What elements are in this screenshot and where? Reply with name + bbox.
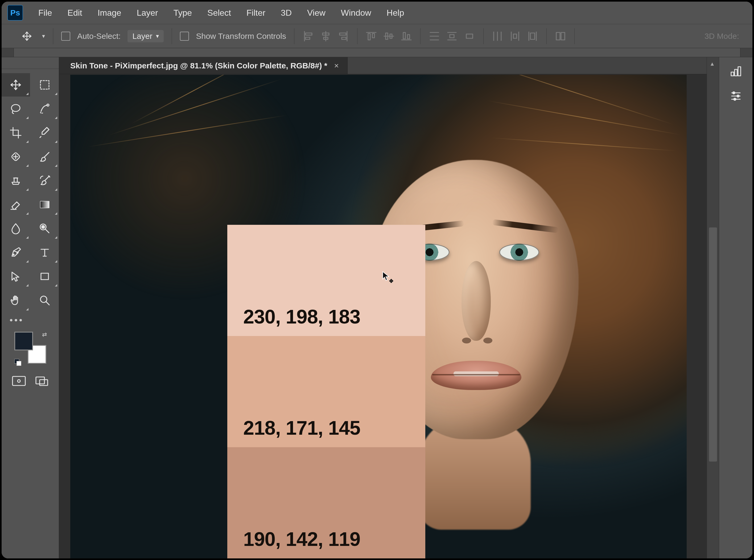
svg-rect-16 [556, 33, 560, 40]
close-tab-icon[interactable]: × [334, 61, 339, 70]
menu-help[interactable]: Help [381, 6, 410, 20]
svg-rect-11 [408, 35, 410, 39]
align-vertical-group [365, 30, 412, 42]
menu-file[interactable]: File [33, 6, 58, 20]
align-top-edges-icon[interactable] [365, 30, 377, 42]
svg-point-25 [13, 254, 14, 255]
svg-rect-22 [40, 201, 49, 208]
distribute-h-icon[interactable] [429, 30, 440, 42]
current-tool-icon[interactable] [20, 29, 34, 43]
palette-swatch-1-label: 230, 198, 183 [243, 305, 360, 328]
svg-point-19 [47, 104, 49, 106]
change-screen-mode-icon[interactable] [34, 375, 49, 387]
gradient-tool[interactable] [31, 193, 59, 216]
palette-swatch-2-label: 218, 171, 145 [243, 417, 360, 439]
menu-view[interactable]: View [302, 6, 331, 20]
tool-preset-chevron-icon[interactable]: ▾ [42, 33, 45, 40]
default-colors-icon[interactable] [14, 359, 21, 366]
blur-tool[interactable] [2, 217, 30, 240]
auto-select-target-dropdown[interactable]: Layer ▾ [127, 30, 164, 42]
scroll-thumb[interactable] [709, 227, 717, 462]
menu-3d[interactable]: 3D [276, 6, 297, 20]
svg-rect-18 [40, 81, 49, 89]
eraser-tool[interactable] [2, 193, 30, 216]
svg-rect-4 [340, 33, 346, 35]
image-content [462, 338, 471, 343]
separator [53, 28, 53, 44]
canvas[interactable]: 230, 198, 183 218, 171, 145 190, 142, 11… [70, 75, 687, 558]
clone-stamp-tool[interactable] [2, 169, 30, 192]
lasso-tool[interactable] [2, 97, 30, 121]
align-left-edges-icon[interactable] [302, 30, 314, 42]
brush-tool[interactable] [31, 145, 59, 168]
auto-align-group [555, 30, 567, 42]
align-vcenter-icon[interactable] [383, 30, 395, 42]
eyedropper-tool[interactable] [31, 121, 59, 144]
marquee-tool[interactable] [31, 73, 59, 97]
show-transform-checkbox[interactable] [180, 32, 189, 41]
align-hcenter-icon[interactable] [320, 30, 332, 42]
standard-screen-mode-icon[interactable] [12, 375, 26, 387]
menu-layer[interactable]: Layer [132, 6, 163, 20]
menu-image[interactable]: Image [92, 6, 127, 20]
edit-toolbar-button[interactable]: ••• [2, 312, 59, 328]
distribute-v2-icon[interactable] [509, 30, 521, 42]
panel-collapse-row [2, 48, 752, 57]
spot-heal-tool[interactable] [2, 145, 30, 168]
palette-swatch-3-label: 190, 142, 119 [243, 528, 360, 551]
svg-rect-6 [368, 34, 370, 40]
vertical-scrollbar[interactable]: ▴ [707, 57, 719, 558]
distribute-hb-icon[interactable] [464, 30, 475, 42]
scroll-up-icon[interactable]: ▴ [711, 60, 714, 67]
menu-window[interactable]: Window [336, 6, 377, 20]
dodge-tool[interactable] [31, 217, 59, 240]
quick-select-tool[interactable] [31, 97, 59, 121]
menu-filter[interactable]: Filter [241, 6, 271, 20]
app-logo-icon: Ps [7, 5, 23, 20]
canvas-viewport[interactable]: 230, 198, 183 218, 171, 145 190, 142, 11… [59, 74, 707, 558]
menu-type[interactable]: Type [168, 6, 197, 20]
image-content [483, 338, 492, 343]
separator [172, 28, 172, 44]
toolbox: ••• ⇄ [2, 57, 59, 558]
swap-colors-icon[interactable]: ⇄ [42, 331, 47, 338]
document-tab[interactable]: Skin Tone - PiXimperfect.jpg @ 81.1% (Sk… [59, 57, 348, 74]
menu-select[interactable]: Select [202, 6, 236, 20]
auto-select-checkbox[interactable] [61, 32, 70, 41]
distribute-hc-icon[interactable] [446, 30, 458, 42]
align-bottom-edges-icon[interactable] [400, 30, 412, 42]
path-select-tool[interactable] [2, 265, 30, 288]
auto-align-icon[interactable] [555, 30, 567, 42]
align-right-edges-icon[interactable] [337, 30, 349, 42]
collapse-right-panel-button[interactable] [740, 48, 752, 57]
svg-rect-13 [466, 34, 473, 38]
svg-point-37 [734, 98, 736, 100]
distribute-v1-icon[interactable] [492, 30, 503, 42]
rectangle-shape-tool[interactable] [31, 265, 59, 288]
distribute-v3-icon[interactable] [527, 30, 538, 42]
hand-tool[interactable] [2, 289, 30, 312]
crop-tool[interactable] [2, 121, 30, 144]
adjustments-panel-icon[interactable] [727, 88, 745, 104]
type-tool[interactable] [31, 241, 59, 264]
color-panel-icon[interactable] [727, 63, 745, 79]
palette-swatch-1: 230, 198, 183 [227, 225, 425, 336]
pen-tool[interactable] [2, 241, 30, 264]
toolbox-header [2, 64, 59, 69]
history-brush-tool[interactable] [31, 169, 59, 192]
svg-rect-17 [561, 33, 565, 40]
menu-edit[interactable]: Edit [62, 6, 87, 20]
document-area: Skin Tone - PiXimperfect.jpg @ 81.1% (Sk… [59, 57, 707, 558]
foreground-background-colors[interactable]: ⇄ [14, 332, 46, 364]
svg-rect-7 [372, 34, 375, 38]
foreground-color-swatch[interactable] [14, 332, 33, 351]
separator [574, 28, 575, 44]
3d-mode-label: 3D Mode: [705, 32, 739, 41]
move-tool[interactable] [2, 73, 30, 97]
zoom-tool[interactable] [31, 289, 59, 312]
skin-color-palette-layer[interactable]: 230, 198, 183 218, 171, 145 190, 142, 11… [227, 225, 425, 558]
chevron-down-icon: ▾ [156, 33, 159, 40]
svg-point-35 [733, 92, 735, 94]
collapse-left-panel-button[interactable] [2, 48, 14, 57]
palette-swatch-2: 218, 171, 145 [227, 336, 425, 447]
